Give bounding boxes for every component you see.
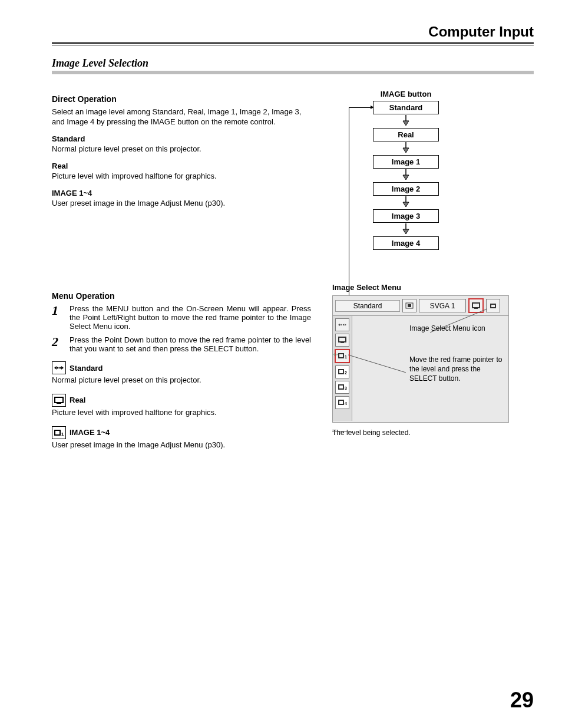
direct-item-2-name: IMAGE 1~4 (52, 189, 311, 197)
real-icon (52, 394, 66, 407)
svg-text:1: 1 (345, 355, 347, 359)
direct-item-1-desc: Picture level with improved halftone for… (52, 172, 311, 182)
direct-op-intro: Select an image level among Standard, Re… (52, 107, 311, 127)
svg-rect-14 (55, 397, 63, 403)
image-button-flow-diagram: IMAGE button Standard Real Image 1 Image… (332, 86, 480, 250)
svg-marker-3 (403, 148, 409, 153)
svg-rect-33 (339, 385, 343, 389)
svg-rect-16 (55, 430, 60, 435)
svg-point-24 (340, 324, 342, 325)
flow-arrow-icon (332, 223, 480, 236)
svg-rect-20 (472, 303, 480, 308)
svg-rect-22 (491, 304, 495, 308)
step-text-1: Press the MENU button and the On-Screen … (70, 304, 311, 331)
pc-input-icon (402, 299, 416, 312)
menu-screenshot: Standard SVGA 1 (332, 295, 509, 423)
flow-arrow-icon (332, 169, 480, 182)
menu-item-0-name: Standard (70, 364, 103, 373)
svg-marker-10 (54, 366, 57, 370)
side-image-3-icon: 3 (335, 381, 349, 394)
step-number-1: 1 (52, 304, 62, 331)
flow-box-0: Standard (373, 101, 439, 114)
svg-rect-28 (340, 342, 344, 343)
svg-marker-9 (403, 229, 409, 234)
standard-icon (52, 361, 66, 374)
adjust-icon (486, 299, 500, 312)
note-2: Move the red frame pointer to the level … (409, 355, 504, 384)
svg-point-11 (57, 367, 59, 369)
flow-arrow-icon (332, 142, 480, 154)
step-text-2: Press the Point Down button to move the … (70, 335, 311, 353)
section-title: Image Level Selection (52, 57, 534, 70)
overflow-icon (503, 299, 506, 312)
svg-text:3: 3 (345, 386, 347, 390)
side-real-icon (335, 334, 349, 347)
svg-marker-1 (403, 121, 409, 126)
svg-marker-23 (338, 324, 340, 326)
svg-point-25 (343, 324, 344, 325)
svg-rect-29 (339, 354, 343, 358)
page-number: 29 (510, 688, 534, 713)
flow-box-5: Image 4 (373, 236, 439, 250)
header-rule-thin (52, 45, 534, 45)
flow-label: IMAGE button (332, 90, 480, 98)
side-image-2-icon: 2 (335, 365, 349, 378)
section-rule (52, 71, 534, 74)
page-header-title: Computer Input (52, 24, 534, 40)
menu-item-2-desc: User preset image in the Image Adjust Me… (52, 440, 311, 450)
svg-marker-13 (61, 366, 64, 370)
svg-rect-27 (339, 337, 346, 342)
side-standard-icon (335, 318, 349, 331)
svg-text:4: 4 (345, 401, 347, 406)
svg-text:2: 2 (345, 371, 347, 375)
flow-box-3: Image 2 (373, 182, 439, 196)
image-select-menu-icon (468, 298, 484, 313)
flow-box-4: Image 3 (373, 209, 439, 223)
svg-marker-5 (403, 175, 409, 180)
flow-arrow-icon (332, 115, 480, 127)
svg-rect-35 (339, 400, 343, 404)
ok-pointer-icon: ⇦ (333, 351, 338, 357)
signal-label: SVGA 1 (419, 299, 466, 312)
image-1-4-icon: 1 (52, 426, 66, 439)
menu-item-1-desc: Picture level with improved halftone for… (52, 408, 311, 418)
menu-item-2-name: IMAGE 1~4 (70, 428, 110, 437)
svg-point-12 (59, 367, 61, 369)
direct-item-1-name: Real (52, 162, 311, 170)
svg-rect-15 (57, 403, 61, 404)
svg-marker-7 (403, 202, 409, 207)
svg-rect-19 (408, 304, 411, 307)
svg-marker-26 (345, 324, 346, 326)
svg-rect-21 (474, 308, 478, 309)
step-number-2: 2 (52, 335, 62, 353)
direct-op-heading: Direct Operation (52, 94, 311, 104)
menu-shot-title: Image Select Menu (332, 283, 534, 292)
menu-top-label: Standard (335, 300, 400, 312)
direct-item-0-name: Standard (52, 134, 311, 143)
flow-box-2: Image 1 (373, 155, 439, 169)
direct-item-2-desc: User preset image in the Image Adjust Me… (52, 199, 311, 209)
note-1: Image Select Menu icon (409, 324, 504, 332)
flow-arrow-icon (332, 196, 480, 209)
direct-item-0-desc: Normal picture level preset on this proj… (52, 144, 311, 154)
menu-item-0-desc: Normal picture level preset on this proj… (52, 375, 311, 386)
svg-text:1: 1 (61, 431, 64, 437)
side-image-4-icon: 4 (335, 396, 349, 409)
header-rule-thick (52, 42, 534, 44)
flow-box-1: Real (373, 128, 439, 141)
svg-rect-31 (339, 370, 343, 374)
menu-op-heading: Menu Operation (52, 291, 311, 301)
menu-item-1-name: Real (70, 396, 85, 404)
